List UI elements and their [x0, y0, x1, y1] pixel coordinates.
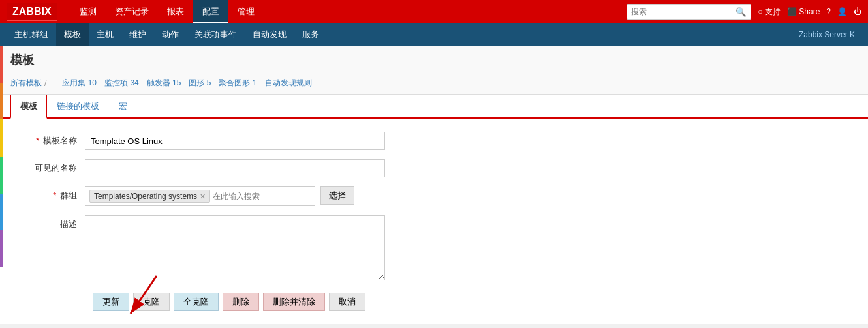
- top-navigation: ZABBIX 监测 资产记录 报表 配置 管理 🔍 ○ 支持 ⬛ Share ?…: [0, 0, 868, 23]
- breadcrumb-sep-1: /: [44, 79, 46, 88]
- user-icon[interactable]: 👤: [837, 7, 847, 16]
- breadcrumb-graphs-label: 触发器: [147, 78, 170, 87]
- sub-nav-actions[interactable]: 动作: [154, 23, 187, 46]
- group-field-wrapper: Templates/Operating systems ✕ 选择: [85, 186, 385, 206]
- group-tag: Templates/Operating systems ✕: [89, 190, 210, 203]
- sub-nav-services[interactable]: 服务: [294, 23, 327, 46]
- search-input[interactable]: [631, 7, 736, 16]
- breadcrumb-screens-count: 5: [207, 78, 211, 87]
- sub-nav-templates[interactable]: 模板: [56, 23, 89, 46]
- tab-template[interactable]: 模板: [10, 95, 47, 119]
- breadcrumb-screens-label: 图形: [189, 78, 204, 87]
- logout-icon[interactable]: ⏻: [854, 7, 861, 16]
- search-button[interactable]: 🔍: [736, 7, 747, 17]
- breadcrumb-discovery-label: 聚合图形: [219, 78, 250, 87]
- sub-nav-hosts[interactable]: 主机: [89, 23, 121, 46]
- tab-macros[interactable]: 宏: [109, 95, 137, 119]
- nav-item-monitor[interactable]: 监测: [70, 0, 106, 23]
- required-star: *: [36, 136, 39, 145]
- breadcrumb-triggers[interactable]: 监控项 34: [102, 78, 142, 89]
- update-button[interactable]: 更新: [93, 293, 129, 311]
- breadcrumb-web-label: 自动发现规则: [265, 78, 312, 87]
- visible-name-input[interactable]: [85, 159, 385, 177]
- breadcrumb-all-templates[interactable]: 所有模板: [10, 78, 42, 89]
- server-label: Zabbix Server K: [799, 30, 861, 39]
- group-label: * 群组: [20, 186, 85, 201]
- breadcrumb-graphs-count: 15: [172, 78, 181, 87]
- group-row: * 群组 Templates/Operating systems ✕ 选择: [20, 186, 848, 206]
- description-textarea[interactable]: [85, 215, 385, 280]
- breadcrumb-discovery[interactable]: 聚合图形 1: [216, 78, 259, 89]
- sub-nav-maintenance[interactable]: 维护: [121, 23, 154, 46]
- nav-item-reports[interactable]: 报表: [158, 0, 193, 23]
- help-link[interactable]: ?: [826, 7, 831, 16]
- select-group-button[interactable]: 选择: [320, 186, 354, 205]
- template-name-row: * 模板名称: [20, 132, 848, 150]
- template-name-field: [85, 132, 385, 150]
- breadcrumb-discovery-count: 1: [253, 78, 257, 87]
- page-container: 模板 所有模板 / 应用集 10 监控项 34 触发器 15 图形 5 聚合图形…: [0, 46, 868, 324]
- breadcrumb-screens[interactable]: 图形 5: [186, 78, 213, 89]
- share-link[interactable]: ⬛ Share: [787, 7, 820, 16]
- breadcrumb: 所有模板 / 应用集 10 监控项 34 触发器 15 图形 5 聚合图形 1 …: [0, 72, 868, 95]
- color-bar: [0, 46, 3, 267]
- breadcrumb-graphs[interactable]: 触发器 15: [144, 78, 184, 89]
- sub-nav-discovery[interactable]: 自动发现: [245, 23, 294, 46]
- breadcrumb-web[interactable]: 自动发现规则: [262, 78, 315, 89]
- visible-name-label: 可见的名称: [20, 159, 85, 174]
- visible-name-row: 可见的名称: [20, 159, 848, 177]
- group-tag-remove[interactable]: ✕: [200, 192, 206, 201]
- top-nav-menu: 监测 资产记录 报表 配置 管理: [70, 0, 627, 23]
- breadcrumb-items-label: 应用集: [62, 78, 85, 87]
- group-required-star: *: [53, 190, 56, 200]
- template-name-input[interactable]: [85, 132, 385, 150]
- sub-navigation: 主机群组 模板 主机 维护 动作 关联项事件 自动发现 服务 Zabbix Se…: [0, 23, 868, 46]
- group-search-input[interactable]: [213, 192, 311, 201]
- description-label: 描述: [20, 215, 85, 230]
- breadcrumb-items[interactable]: 应用集 10: [59, 78, 99, 89]
- delete-clear-button[interactable]: 删除并清除: [263, 293, 325, 311]
- group-field[interactable]: Templates/Operating systems ✕: [85, 186, 315, 206]
- breadcrumb-triggers-count: 34: [130, 78, 138, 87]
- group-row-inner: Templates/Operating systems ✕ 选择: [85, 186, 385, 206]
- share-icon: ⬛: [787, 7, 797, 16]
- sub-nav-correlation[interactable]: 关联项事件: [187, 23, 245, 46]
- sub-nav-hostgroups[interactable]: 主机群组: [7, 23, 56, 46]
- description-field: [85, 215, 385, 282]
- page-title: 模板: [0, 46, 868, 72]
- template-name-label: * 模板名称: [20, 132, 85, 147]
- support-icon: ○: [758, 7, 762, 16]
- group-tag-label: Templates/Operating systems: [94, 192, 197, 201]
- nav-item-assets[interactable]: 资产记录: [106, 0, 158, 23]
- nav-item-config[interactable]: 配置: [193, 0, 228, 23]
- breadcrumb-items-count: 10: [88, 78, 97, 87]
- nav-item-admin[interactable]: 管理: [228, 0, 264, 23]
- clone-button[interactable]: 克隆: [133, 293, 170, 311]
- breadcrumb-triggers-label: 监控项: [104, 78, 128, 87]
- tab-linked-templates[interactable]: 链接的模板: [47, 95, 109, 119]
- cancel-button[interactable]: 取消: [329, 293, 365, 311]
- top-nav-right: 🔍 ○ 支持 ⬛ Share ? 👤 ⏻: [627, 4, 861, 20]
- description-row: 描述: [20, 215, 848, 282]
- support-link[interactable]: ○ 支持: [758, 7, 781, 18]
- tabs: 模板 链接的模板 宏: [0, 95, 868, 119]
- logo: ZABBIX: [7, 3, 57, 21]
- search-box[interactable]: 🔍: [627, 4, 751, 20]
- visible-name-field: [85, 159, 385, 177]
- delete-button[interactable]: 删除: [223, 293, 259, 311]
- action-buttons: 更新 克隆 全克隆 删除 删除并清除 取消: [20, 293, 848, 311]
- form-container: * 模板名称 可见的名称 * 群组: [0, 119, 868, 324]
- full-clone-button[interactable]: 全克隆: [174, 293, 219, 311]
